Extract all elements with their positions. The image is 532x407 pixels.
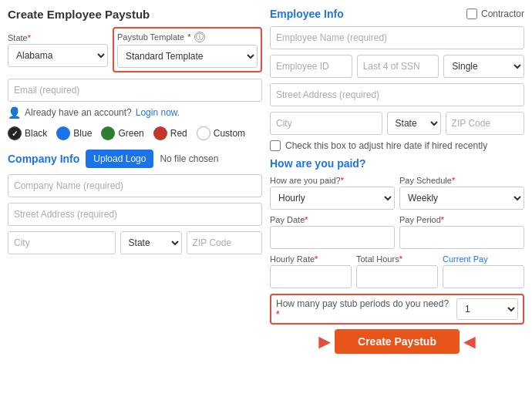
rate-hours-pay-row: Hourly Rate* 20 Total Hours* 40 Current … (270, 254, 524, 288)
color-custom[interactable]: Custom (197, 126, 245, 140)
pay-date-input[interactable]: 05/19/2021 (270, 226, 395, 249)
current-pay-input[interactable] (443, 265, 524, 288)
custom-circle (197, 126, 210, 140)
hire-date-text: Check this box to adjust hire date if hi… (285, 140, 487, 151)
black-label: Black (25, 128, 47, 139)
employee-city-input[interactable] (270, 112, 382, 135)
company-info-title: Company Info (8, 153, 79, 165)
ssn-input[interactable] (357, 55, 439, 78)
total-hours-label: Total Hours* (356, 254, 438, 264)
how-paid-label: How are you paid?* (270, 176, 395, 185)
pay-date-group: Pay Date* 05/19/2021 (270, 215, 395, 249)
company-city-state-zip: State (8, 231, 262, 254)
company-street-input[interactable] (8, 203, 262, 226)
company-state-select[interactable]: State (120, 231, 182, 254)
no-file-text: No file chosen (160, 153, 218, 164)
company-name-input[interactable] (8, 174, 262, 197)
how-paid-group: How are you paid?* Hourly (270, 176, 395, 210)
pay-schedule-select[interactable]: Weekly (399, 187, 524, 210)
black-circle: ✓ (8, 126, 22, 140)
employee-state-select[interactable]: State (387, 112, 441, 135)
custom-label: Custom (214, 128, 245, 139)
color-blue[interactable]: Blue (56, 126, 92, 140)
company-info-header: Company Info Upload Logo No file chosen (8, 150, 262, 168)
upload-logo-button[interactable]: Upload Logo (86, 150, 153, 168)
login-link[interactable]: Login now. (136, 107, 180, 118)
total-hours-input[interactable]: 40 (356, 265, 438, 288)
page-title: Create Employee Paystub (8, 8, 262, 21)
create-paystub-button[interactable]: Create Paystub (335, 329, 460, 354)
hourly-rate-input[interactable]: 20 (270, 265, 352, 288)
login-row: 👤 Already have an account? Login now. (8, 106, 262, 119)
contractor-row: Contractor (466, 8, 524, 19)
email-input[interactable] (8, 79, 262, 102)
filing-status-select[interactable]: Single (443, 55, 524, 78)
pay-schedule-group: Pay Schedule* Weekly (399, 176, 524, 210)
hourly-rate-label: Hourly Rate* (270, 254, 352, 264)
pay-period-label: Pay Period* (399, 215, 524, 224)
pay-date-period-row: Pay Date* 05/19/2021 Pay Period* 05/13/2… (270, 215, 524, 249)
contractor-checkbox[interactable] (466, 8, 477, 19)
login-text: Already have an account? (25, 107, 132, 118)
color-black[interactable]: ✓ Black (8, 126, 47, 140)
employee-zip-input[interactable] (446, 112, 524, 135)
arrow-right-icon: ► (460, 331, 480, 352)
employee-info-title: Employee Info (270, 8, 344, 20)
company-city-input[interactable] (8, 231, 116, 254)
blue-label: Blue (73, 128, 92, 139)
paystub-template-label: Paystub Template * ⓘ (117, 32, 258, 42)
color-row: ✓ Black Blue Green Red Custom (8, 126, 262, 140)
green-circle (101, 126, 115, 140)
green-label: Green (118, 128, 143, 139)
blue-circle (56, 126, 70, 140)
how-paid-row: How are you paid?* Hourly Pay Schedule* … (270, 176, 524, 210)
employee-city-state-zip: State (270, 112, 524, 135)
employee-street-input[interactable] (270, 83, 524, 106)
how-paid-select[interactable]: Hourly (270, 187, 395, 210)
paystub-template-box: Paystub Template * ⓘ Standard Template (113, 27, 262, 72)
color-green[interactable]: Green (101, 126, 143, 140)
current-pay-label: Current Pay (443, 254, 524, 264)
hire-date-checkbox[interactable] (270, 140, 281, 151)
right-column: Employee Info Contractor Single S (270, 8, 524, 399)
hire-date-row: Check this box to adjust hire date if hi… (270, 140, 524, 151)
paystub-template-select[interactable]: Standard Template (117, 45, 258, 68)
employee-id-input[interactable] (270, 55, 352, 78)
state-select[interactable]: Alabama (8, 44, 108, 67)
red-label: Red (170, 128, 187, 139)
info-icon[interactable]: ⓘ (194, 32, 205, 42)
pay-period-input[interactable]: 05/13/2021 - 05/19/2021 (399, 226, 524, 249)
periods-select[interactable]: 1 (456, 298, 518, 320)
color-red[interactable]: Red (153, 126, 187, 140)
pay-schedule-label: Pay Schedule* (399, 176, 524, 185)
periods-label: How many pay stub periods do you need?* (276, 298, 452, 320)
periods-row: How many pay stub periods do you need?* … (270, 294, 524, 325)
how-paid-title: How are you paid? (270, 157, 524, 170)
employee-info-header: Employee Info Contractor (270, 8, 524, 20)
pay-date-label: Pay Date* (270, 215, 395, 224)
arrow-left-icon: ► (315, 331, 335, 352)
person-icon: 👤 (8, 106, 21, 119)
left-column: Create Employee Paystub State* Alabama P… (8, 8, 262, 399)
red-circle (153, 126, 167, 140)
hourly-rate-group: Hourly Rate* 20 (270, 254, 352, 288)
periods-inner: How many pay stub periods do you need?* … (276, 298, 518, 320)
state-label: State* (8, 33, 108, 42)
company-zip-input[interactable] (187, 231, 262, 254)
pay-period-group: Pay Period* 05/13/2021 - 05/19/2021 (399, 215, 524, 249)
create-paystub-wrapper: ► Create Paystub ► (270, 329, 524, 354)
total-hours-group: Total Hours* 40 (356, 254, 438, 288)
employee-name-input[interactable] (270, 26, 524, 49)
current-pay-group: Current Pay (443, 254, 524, 288)
contractor-label: Contractor (481, 8, 524, 19)
